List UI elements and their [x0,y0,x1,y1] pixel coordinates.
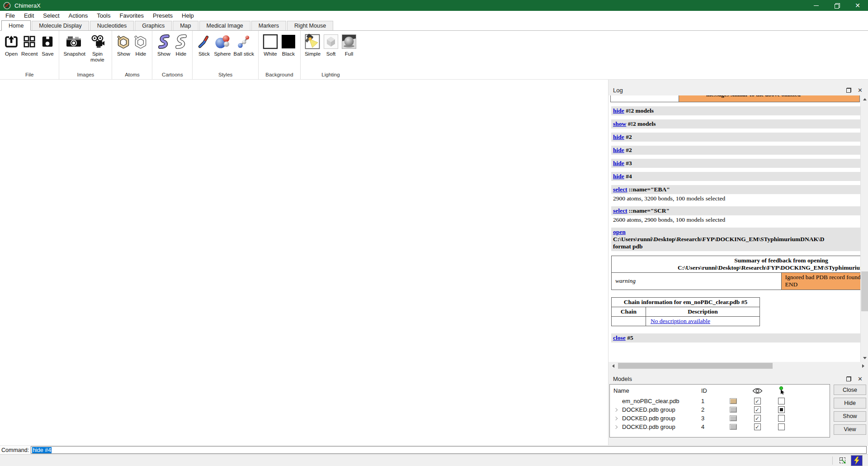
rect-select-button[interactable] [836,456,848,466]
model-row[interactable]: DOCKED.pdb group 4 [610,423,830,431]
log-command-link[interactable]: select [613,186,627,193]
models-hide-button[interactable]: Hide [834,398,866,408]
soft-lighting-button[interactable]: Soft [322,32,340,58]
save-icon [41,33,54,50]
white-square-icon [263,33,278,50]
window-titlebar: ChimeraX ✕ [0,0,868,11]
log-vertical-scrollbar[interactable] [860,95,868,362]
log-command-link[interactable]: hide [613,147,624,153]
tab-right-mouse[interactable]: Right Mouse [287,21,333,30]
tab-graphics[interactable]: Graphics [135,21,172,30]
log-command-args: #2 [624,147,632,153]
scroll-up-arrow[interactable] [861,95,868,103]
atoms-show-icon [116,33,131,50]
cartoons-hide-button[interactable]: Hide [172,32,189,58]
model-color-swatch[interactable] [730,415,737,421]
log-command-link[interactable]: close [613,334,626,341]
model-selected-checkbox[interactable] [778,398,785,404]
log-command-link[interactable]: hide [613,133,624,140]
atoms-hide-button[interactable]: Hide [132,32,149,58]
menu-presets[interactable]: Presets [148,11,177,20]
scroll-right-arrow[interactable] [859,362,867,370]
scroll-left-arrow[interactable] [609,362,617,370]
black-bg-button[interactable]: Black [279,32,297,58]
models-table: Name ID em_noPBC_clear.pdb 1 [609,384,830,437]
menu-select[interactable]: Select [38,11,64,20]
full-lighting-button[interactable]: Full [340,32,358,58]
log-horizontal-scrollbar[interactable] [609,362,867,370]
log-command-link[interactable]: hide [613,107,624,114]
open-button[interactable]: Open [3,32,20,58]
model-color-swatch[interactable] [730,407,737,413]
sphere-button[interactable]: Sphere [212,32,232,58]
models-view-button[interactable]: View [834,424,866,435]
menu-tools[interactable]: Tools [92,11,115,20]
save-button[interactable]: Save [39,32,56,58]
toolbar-section-file: Open Recent Save File [0,31,59,79]
log-command-link[interactable]: hide [613,160,624,166]
model-shown-checkbox[interactable] [754,415,761,422]
model-selected-checkbox[interactable] [778,415,785,422]
white-bg-button[interactable]: White [261,32,279,58]
scroll-thumb[interactable] [861,271,868,311]
tab-markers[interactable]: Markers [251,21,286,30]
model-shown-checkbox[interactable] [754,423,761,430]
model-name: DOCKED.pdb group [610,423,700,430]
snapshot-button[interactable]: Snapshot [62,32,85,58]
models-close-icon[interactable]: ✕ [858,376,863,382]
recent-button[interactable]: Recent [20,32,39,58]
close-button[interactable]: ✕ [847,0,868,11]
ball-stick-button[interactable]: Ball stick [232,32,255,58]
log-command-link[interactable]: hide [613,173,624,180]
simple-lighting-button[interactable]: Simple [303,32,322,58]
tab-nucleotides[interactable]: Nucleotides [90,21,134,30]
scroll-thumb[interactable] [618,363,773,369]
model-selected-checkbox[interactable] [778,423,785,430]
graphics-viewport[interactable] [0,80,608,445]
menu-help[interactable]: Help [177,11,198,20]
models-float-icon[interactable] [846,376,851,381]
menu-edit[interactable]: Edit [19,11,38,20]
models-close-button[interactable]: Close [834,385,866,395]
speed-toggle-button[interactable] [851,455,863,466]
cartoons-show-button[interactable]: Show [155,32,172,58]
no-description-link[interactable]: No description available [651,318,710,324]
restore-button[interactable] [826,0,847,11]
command-input[interactable]: hide #4 [31,446,867,454]
model-shown-checkbox[interactable] [754,398,761,404]
model-selected-checkbox[interactable] [778,406,785,413]
model-color-swatch[interactable] [730,398,737,404]
tab-medical-image[interactable]: Medical Image [199,21,250,30]
model-row[interactable]: em_noPBC_clear.pdb 1 [610,397,830,405]
log-command-link[interactable]: open [613,228,626,235]
log-command-link[interactable]: select [613,207,627,214]
models-show-button[interactable]: Show [834,411,866,422]
atoms-show-button[interactable]: Show [115,32,132,58]
stick-button[interactable]: Stick [195,32,212,58]
tab-map[interactable]: Map [173,21,198,30]
log-float-icon[interactable] [846,88,851,93]
toolbar-section-lighting: Simple Soft [301,31,361,79]
chain-info-table: Chain information for em_noPBC_clear.pdb… [611,297,760,326]
minimize-button[interactable] [806,0,826,11]
model-id: 1 [700,398,721,404]
menu-favorites[interactable]: Favorites [115,11,148,20]
log-command-args: #!2 models [624,107,654,114]
log-command-link[interactable]: show [613,120,626,127]
log-close-icon[interactable]: ✕ [858,87,863,93]
chimerax-logo-icon [3,2,11,10]
cartoons-hide-icon [174,33,188,50]
tab-home[interactable]: Home [1,20,31,31]
model-row[interactable]: DOCKED.pdb group 3 [610,414,830,423]
full-lighting-label: Full [345,51,354,57]
spin-movie-button[interactable]: Spin movie [85,32,109,64]
menu-file[interactable]: File [1,11,19,20]
model-row[interactable]: DOCKED.pdb group 2 [610,405,830,414]
scroll-down-arrow[interactable] [861,354,868,362]
tab-molecule-display[interactable]: Molecule Display [32,21,89,30]
log-command-args: #3 [624,160,632,166]
menu-actions[interactable]: Actions [64,11,93,20]
log-entry: show #!2 models [611,119,860,128]
model-shown-checkbox[interactable] [754,406,761,413]
model-color-swatch[interactable] [730,424,737,430]
